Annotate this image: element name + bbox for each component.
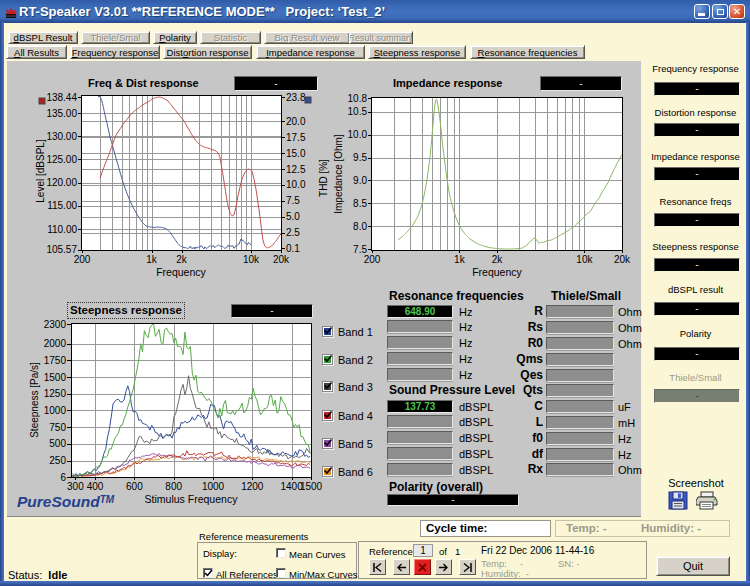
svg-text:750: 750 bbox=[49, 422, 66, 433]
svg-text:600: 600 bbox=[126, 481, 143, 492]
svg-text:125.00: 125.00 bbox=[46, 154, 77, 165]
svg-text:1750: 1750 bbox=[44, 355, 67, 366]
svg-text:1000: 1000 bbox=[202, 481, 225, 492]
svg-text:110.00: 110.00 bbox=[47, 224, 77, 235]
svg-text:THD [%]: THD [%] bbox=[318, 159, 329, 197]
svg-text:9.0: 9.0 bbox=[353, 175, 367, 186]
svg-text:120.00: 120.00 bbox=[46, 177, 77, 188]
svg-text:20k: 20k bbox=[614, 254, 631, 265]
svg-text:500: 500 bbox=[49, 438, 66, 449]
svg-text:20k: 20k bbox=[273, 254, 290, 265]
svg-text:10.8: 10.8 bbox=[348, 93, 368, 104]
svg-text:115.00: 115.00 bbox=[47, 200, 77, 211]
svg-text:10k: 10k bbox=[576, 254, 593, 265]
svg-text:12.5: 12.5 bbox=[286, 164, 306, 175]
svg-text:2000: 2000 bbox=[44, 338, 67, 349]
svg-text:Stimulus Frequency: Stimulus Frequency bbox=[145, 493, 239, 505]
svg-text:8.0: 8.0 bbox=[353, 221, 367, 232]
svg-text:1k: 1k bbox=[146, 254, 158, 265]
svg-text:2.5: 2.5 bbox=[286, 227, 300, 238]
svg-text:200: 200 bbox=[74, 254, 91, 265]
svg-text:1250: 1250 bbox=[44, 388, 67, 399]
svg-text:138.44: 138.44 bbox=[46, 92, 77, 103]
svg-text:2k: 2k bbox=[492, 254, 504, 265]
svg-text:1500: 1500 bbox=[300, 481, 323, 492]
svg-text:300: 300 bbox=[67, 481, 84, 492]
svg-text:6: 6 bbox=[60, 472, 66, 483]
svg-text:8.5: 8.5 bbox=[353, 198, 367, 209]
svg-text:130.00: 130.00 bbox=[46, 131, 77, 142]
svg-text:Frequency: Frequency bbox=[156, 266, 206, 278]
svg-text:10.5: 10.5 bbox=[348, 106, 368, 117]
svg-text:1200: 1200 bbox=[241, 481, 264, 492]
svg-text:2k: 2k bbox=[176, 254, 188, 265]
svg-text:135.00: 135.00 bbox=[46, 108, 77, 119]
svg-text:250: 250 bbox=[49, 455, 66, 466]
svg-text:17.5: 17.5 bbox=[286, 132, 306, 143]
svg-text:10k: 10k bbox=[243, 254, 260, 265]
svg-text:5.0: 5.0 bbox=[286, 211, 300, 222]
svg-text:Impedance [Ohm]: Impedance [Ohm] bbox=[333, 134, 344, 214]
svg-text:800: 800 bbox=[165, 481, 182, 492]
svg-text:20.0: 20.0 bbox=[286, 116, 306, 127]
svg-text:1500: 1500 bbox=[44, 372, 67, 383]
svg-text:9.5: 9.5 bbox=[353, 152, 367, 163]
svg-text:2300: 2300 bbox=[44, 319, 67, 330]
svg-text:23.8: 23.8 bbox=[286, 92, 306, 103]
svg-text:Steepness [Pa/s]: Steepness [Pa/s] bbox=[29, 362, 40, 438]
svg-text:10.0: 10.0 bbox=[286, 179, 306, 190]
svg-text:200: 200 bbox=[364, 254, 381, 265]
svg-text:Level [dBSPL]: Level [dBSPL] bbox=[35, 139, 46, 203]
svg-text:400: 400 bbox=[87, 481, 104, 492]
svg-text:Frequency: Frequency bbox=[472, 266, 522, 278]
svg-text:10.0: 10.0 bbox=[348, 129, 368, 140]
svg-text:7.5: 7.5 bbox=[353, 244, 367, 255]
svg-text:1k: 1k bbox=[454, 254, 466, 265]
svg-text:15.0: 15.0 bbox=[286, 148, 306, 159]
svg-text:7.5: 7.5 bbox=[286, 195, 300, 206]
svg-text:1000: 1000 bbox=[44, 405, 67, 416]
svg-text:0.1: 0.1 bbox=[286, 243, 300, 254]
